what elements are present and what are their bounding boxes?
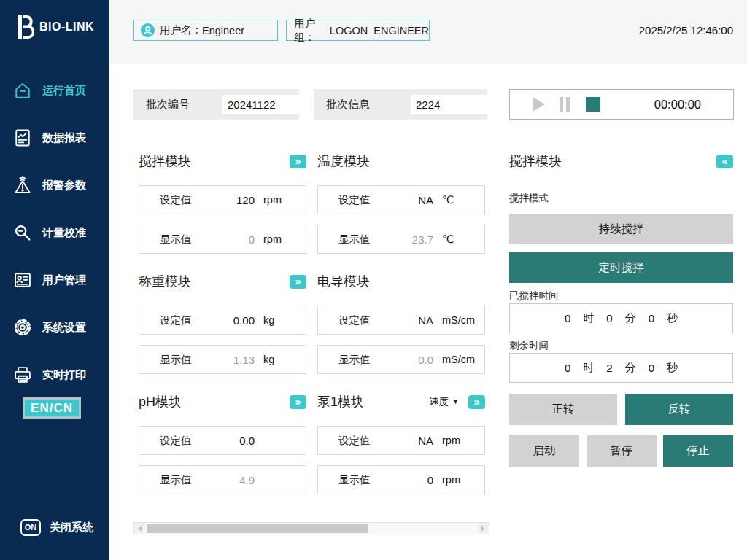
sidebar-item-label: 运行首页	[42, 84, 86, 98]
stop-stir-button[interactable]: 停止	[663, 435, 733, 467]
username-value: Engineer	[202, 25, 244, 36]
pause-icon	[558, 96, 571, 113]
second-unit: 秒	[667, 361, 678, 375]
language-toggle-button[interactable]: EN/CN	[23, 397, 81, 419]
set-value-row: 设定值 NA rpm	[317, 426, 485, 455]
module-title: 电导模块	[317, 273, 370, 290]
pump-mode-dropdown[interactable]: 速度 ▼	[429, 395, 459, 408]
remaining-time-box: 0 时 2 分 0 秒	[509, 353, 733, 383]
sidebar-item-label: 用户管理	[42, 273, 86, 287]
elapsed-hours: 0	[565, 312, 570, 324]
expand-button[interactable]: »	[290, 155, 306, 168]
hour-unit: 时	[583, 361, 594, 375]
panel-title: 搅拌模块	[509, 152, 562, 170]
usergroup-value: LOGON_ENGINEER	[330, 25, 429, 36]
elapsed-time-box: 0 时 0 分 0 秒	[509, 303, 733, 333]
expand-button[interactable]: »	[290, 275, 306, 289]
set-value-row: 设定值 0.0	[139, 426, 306, 455]
hour-unit: 时	[583, 311, 594, 325]
scrollbar-thumb[interactable]	[147, 524, 368, 533]
remaining-time-label: 剩余时间	[509, 339, 549, 352]
module-conductivity: 电导模块 设定值 NA mS/cm 显示值 0.0 mS/cm	[317, 270, 485, 374]
usergroup-field[interactable]: 用户组： LOGON_ENGINEER	[286, 20, 430, 41]
module-pump1: 泵1模块 速度 ▼ » 设定值 NA rpm 显示值 0 rpm	[317, 390, 485, 494]
timed-stir-button[interactable]: 定时搅拌	[509, 252, 733, 283]
pause-stir-button[interactable]: 暂停	[587, 435, 657, 467]
horizontal-scrollbar[interactable]	[133, 522, 489, 534]
reverse-button[interactable]: 反转	[625, 394, 733, 425]
pump-mode-value: 速度	[429, 395, 449, 408]
batch-info-label: 批次信息	[326, 98, 370, 112]
logo-mark-icon	[18, 15, 34, 39]
sidebar-item-system-settings[interactable]: 系统设置	[0, 313, 109, 342]
sidebar-item-realtime-print[interactable]: 实时打印	[0, 360, 109, 389]
usergroup-label: 用户组：	[294, 17, 330, 44]
shutdown-label: 关闭系统	[50, 521, 93, 534]
remaining-minutes: 2	[606, 362, 612, 374]
logo-text: BIO-LINK	[39, 20, 94, 34]
module-title: 称重模块	[139, 273, 191, 290]
continuous-stir-button[interactable]: 持续搅拌	[509, 214, 733, 244]
report-chart-icon	[12, 127, 34, 149]
display-value-row: 显示值 0.0 mS/cm	[317, 345, 485, 374]
play-button[interactable]	[529, 95, 548, 114]
elapsed-time-label: 已搅拌时间	[509, 289, 559, 303]
printer-icon	[12, 364, 34, 386]
set-value-row: 设定值 NA ℃	[317, 185, 485, 214]
scroll-right-arrow[interactable]	[478, 523, 489, 534]
module-title: 温度模块	[317, 152, 370, 170]
module-title: 搅拌模块	[139, 152, 191, 170]
forward-button[interactable]: 正转	[509, 394, 617, 425]
batch-number-label: 批次编号	[146, 98, 190, 112]
pause-button[interactable]	[555, 95, 574, 114]
batch-number-input[interactable]	[222, 95, 299, 114]
display-value-row: 显示值 0 rpm	[317, 465, 485, 494]
stir-mode-label: 搅拌模式	[509, 192, 549, 205]
expand-button[interactable]: »	[290, 395, 306, 409]
chevron-down-icon: ▼	[452, 398, 459, 405]
power-on-icon: ON	[20, 519, 41, 536]
minute-unit: 分	[625, 311, 636, 325]
bio-link-logo: BIO-LINK	[18, 15, 94, 39]
top-bar: 用户名： Engineer 用户组： LOGON_ENGINEER 2025/2…	[109, 0, 747, 64]
sidebar-item-label: 系统设置	[42, 321, 86, 335]
sidebar-item-shutdown[interactable]: ON 关闭系统	[0, 512, 109, 542]
remaining-hours: 0	[565, 362, 570, 374]
module-title: pH模块	[139, 393, 182, 411]
sidebar-item-alarm-params[interactable]: 报警参数	[0, 171, 109, 200]
start-button[interactable]: 启动	[509, 435, 579, 467]
id-card-icon	[12, 269, 34, 291]
collapse-button[interactable]: «	[716, 155, 733, 168]
magnifier-icon	[12, 222, 34, 244]
gear-icon	[12, 316, 34, 338]
module-title: 泵1模块	[317, 393, 364, 411]
display-value-row: 显示值 0 rpm	[139, 225, 306, 254]
datetime: 2025/2/25 12:46:00	[639, 24, 733, 36]
stir-panel-header: 搅拌模块 «	[509, 149, 733, 173]
module-ph: pH模块 » 设定值 0.0 显示值 4.9	[139, 390, 306, 494]
alarm-warning-icon	[12, 174, 34, 196]
minute-unit: 分	[625, 361, 636, 375]
batch-info-input[interactable]	[411, 95, 487, 114]
sidebar-item-user-management[interactable]: 用户管理	[0, 265, 109, 295]
scroll-left-arrow[interactable]	[134, 523, 145, 534]
batch-number-box: 批次编号	[133, 89, 299, 120]
set-value-row: 设定值 120 rpm	[139, 185, 306, 214]
user-avatar-icon	[140, 23, 155, 38]
module-temperature: 温度模块 设定值 NA ℃ 显示值 23.7 ℃	[317, 149, 485, 254]
sidebar-item-run-home[interactable]: 运行首页	[0, 76, 109, 105]
sidebar-item-data-report[interactable]: 数据报表	[0, 123, 109, 152]
sidebar: BIO-LINK 运行首页 数据报表 报警参数 计量校准 用户管理	[0, 0, 109, 560]
second-unit: 秒	[667, 311, 678, 325]
module-weighing: 称重模块 » 设定值 0.00 kg 显示值 1.13 kg	[139, 270, 306, 374]
username-field[interactable]: 用户名： Engineer	[133, 20, 278, 41]
display-value-row: 显示值 1.13 kg	[139, 345, 306, 374]
triangle-right-icon	[481, 526, 485, 532]
home-icon	[12, 79, 34, 101]
expand-button[interactable]: »	[468, 395, 485, 409]
sidebar-item-calibration[interactable]: 计量校准	[0, 218, 109, 247]
triangle-left-icon	[138, 526, 142, 532]
stop-button[interactable]	[584, 95, 603, 114]
elapsed-seconds: 0	[649, 312, 654, 324]
module-stir: 搅拌模块 » 设定值 120 rpm 显示值 0 rpm	[139, 149, 306, 254]
